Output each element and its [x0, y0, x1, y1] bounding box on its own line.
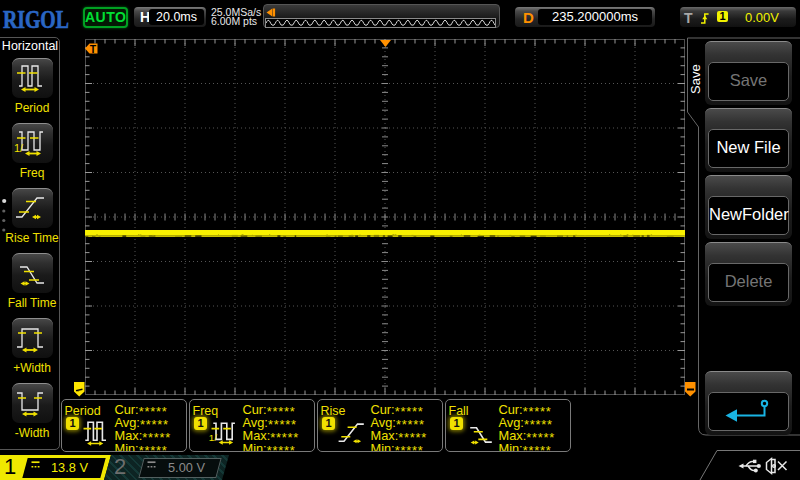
svg-text:1/: 1/	[208, 432, 216, 443]
svg-text:1/: 1/	[14, 142, 24, 154]
svg-text:T: T	[89, 43, 96, 54]
